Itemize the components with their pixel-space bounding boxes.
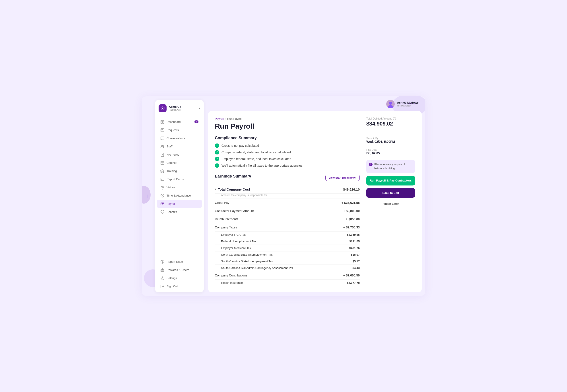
compliance-item-0: ✓ Gross to net pay calculated: [215, 143, 360, 148]
debited-section: Total Debited Amount $34,909.02: [366, 117, 415, 129]
user-avatar: [386, 100, 395, 108]
sidebar-item-sign-out[interactable]: Sign Out: [157, 282, 202, 290]
check-icon-3: ✓: [215, 163, 219, 168]
payroll-icon: [160, 202, 164, 206]
svg-point-24: [162, 203, 163, 204]
back-to-edit-button[interactable]: Back to Edit: [366, 188, 415, 198]
breadcrumb-current: Run Payroll: [227, 117, 242, 120]
user-info: Ashley Medows HR Manager: [386, 100, 419, 108]
svg-rect-2: [162, 120, 164, 122]
total-value: $49,526.10: [343, 187, 360, 191]
pay-date-value: Fri, 02/05: [366, 151, 415, 155]
sidebar-item-requests[interactable]: Requests: [157, 126, 202, 134]
alert-text: Please review your payroll before submit…: [374, 162, 412, 170]
top-bar: Ashley Medows HR Manager: [208, 100, 425, 111]
sidebar-item-report-issue[interactable]: Report Issue: [157, 258, 202, 266]
sign-out-icon: [160, 284, 164, 288]
requests-icon: [160, 128, 164, 132]
content-wrapper: Payroll › Run Payroll Run Payroll Compli…: [208, 111, 422, 292]
total-label: Total Company Cost: [218, 187, 343, 191]
rewards-icon: [160, 268, 164, 272]
compliance-item-2: ✓ Employee federal, state, and local tax…: [215, 157, 360, 161]
sidebar-item-label: Staff: [167, 145, 173, 148]
page-title: Run Payroll: [215, 122, 360, 130]
run-payroll-button[interactable]: Run Payroll & Pay Contractors: [366, 176, 415, 186]
sidebar-item-training[interactable]: Training: [157, 167, 202, 175]
sidebar: Acme Co Pacific Ave ▾ Dashboard 4 Reques…: [155, 100, 204, 292]
total-company-cost-row: ▾ Total Company Cost $49,526.10: [215, 185, 360, 194]
svg-point-32: [162, 278, 163, 279]
svg-rect-4: [162, 122, 164, 124]
sidebar-item-label: HR Policy: [167, 153, 179, 156]
svg-point-0: [162, 108, 163, 109]
sidebar-item-staff[interactable]: Staff: [157, 142, 202, 151]
breadcrumb: Payroll › Run Payroll: [215, 117, 360, 120]
earnings-title: Earnings Summary: [215, 174, 251, 179]
svg-point-10: [163, 146, 164, 147]
earnings-row-company-taxes: Company Taxes + $2,750.33: [215, 223, 360, 232]
sidebar-item-dashboard[interactable]: Dashboard 4: [157, 118, 202, 126]
svg-rect-3: [161, 122, 162, 124]
submit-by-section: Submit By Wed, 02/01, 5:00PM: [366, 137, 415, 146]
earnings-sub-sc-sui: South Carolina SUI Admin Contingency Ass…: [215, 265, 360, 271]
sidebar-item-conversations[interactable]: Conversations: [157, 134, 202, 142]
company-logo: [159, 104, 167, 112]
sidebar-nav: Dashboard 4 Requests Conversations: [155, 116, 204, 256]
sidebar-item-settings[interactable]: Settings: [157, 274, 202, 282]
company-subtitle: Pacific Ave: [169, 109, 199, 111]
earnings-sub-employer-medicare: Employer Medicare Tax $481.76: [215, 245, 360, 252]
user-role: HR Manager: [397, 104, 419, 107]
submit-by-value: Wed, 02/01, 5:00PM: [366, 140, 415, 143]
hr-policy-icon: [160, 153, 164, 157]
sidebar-item-label: Benefits: [167, 210, 177, 214]
report-cards-icon: [160, 177, 164, 181]
staff-icon: [160, 144, 164, 149]
earnings-header: Earnings Summary View Staff Breakdown: [215, 174, 360, 182]
earnings-table: ▾ Total Company Cost $49,526.10 Amount t…: [215, 185, 360, 286]
total-desc: Amount the company is responsible for: [221, 194, 360, 199]
info-dot-icon: [393, 117, 396, 120]
company-dropdown-icon[interactable]: ▾: [199, 107, 200, 110]
sidebar-item-rewards-offers[interactable]: Rewards & Offers: [157, 266, 202, 274]
view-breakdown-button[interactable]: View Staff Breakdown: [325, 175, 360, 181]
sidebar-item-label: Dashboard: [167, 120, 181, 124]
earnings-row-gross-pay: Gross Pay + $36,621.55: [215, 199, 360, 207]
earnings-row-reimbursements: Reimbursements + $850.00: [215, 215, 360, 223]
pay-date-section: Pay Date Fri, 02/05: [366, 148, 415, 157]
user-text: Ashley Medows HR Manager: [397, 101, 419, 107]
earnings-sub-fica: Employer FICA Tax $2,059.85: [215, 232, 360, 238]
time-attendance-icon: [160, 194, 164, 198]
breadcrumb-separator: ›: [225, 117, 226, 120]
main-content: Payroll › Run Payroll Run Payroll Compli…: [215, 117, 360, 286]
breadcrumb-parent[interactable]: Payroll: [215, 117, 224, 120]
compliance-title: Compliance Summary: [215, 136, 360, 140]
conversations-icon: [160, 136, 164, 140]
chevron-down-icon: ▾: [215, 188, 216, 191]
finish-later-button[interactable]: Finish Later: [366, 200, 415, 207]
sidebar-item-voices[interactable]: Voices: [157, 183, 202, 192]
sidebar-item-label: Requests: [167, 128, 179, 132]
sidebar-item-time-attendance[interactable]: Time & Attendance: [157, 192, 202, 200]
submit-by-label: Submit By: [366, 137, 415, 140]
svg-point-9: [161, 145, 162, 147]
plus-icon: +: [145, 193, 149, 200]
sidebar-item-hr-policy[interactable]: HR Policy: [157, 151, 202, 159]
compliance-section: Compliance Summary ✓ Gross to net pay ca…: [215, 136, 360, 168]
sidebar-item-payroll[interactable]: Payroll: [157, 200, 202, 208]
earnings-row-company-contributions: Company Contributions + $7,000.50: [215, 271, 360, 280]
svg-rect-1: [161, 120, 162, 122]
sidebar-item-label: Training: [167, 169, 177, 173]
sidebar-item-report-cards[interactable]: Report Cards: [157, 175, 202, 183]
sidebar-header: Acme Co Pacific Ave ▾: [155, 100, 204, 116]
sidebar-item-label: Rewards & Offers: [167, 268, 189, 272]
alert-info-icon: i: [369, 163, 373, 166]
sidebar-item-benefits[interactable]: Benefits: [157, 208, 202, 216]
check-icon-0: ✓: [215, 143, 219, 148]
sidebar-item-cabinet[interactable]: Cabinet: [157, 159, 202, 167]
company-name: Acme Co: [169, 105, 199, 109]
debited-label: Total Debited Amount: [366, 117, 415, 120]
training-icon: [160, 169, 164, 173]
dashboard-icon: [160, 120, 164, 124]
earnings-sub-sc-state: South Carolina State Unemployment Tax $5…: [215, 258, 360, 265]
alert-box: i Please review your payroll before subm…: [366, 160, 415, 173]
